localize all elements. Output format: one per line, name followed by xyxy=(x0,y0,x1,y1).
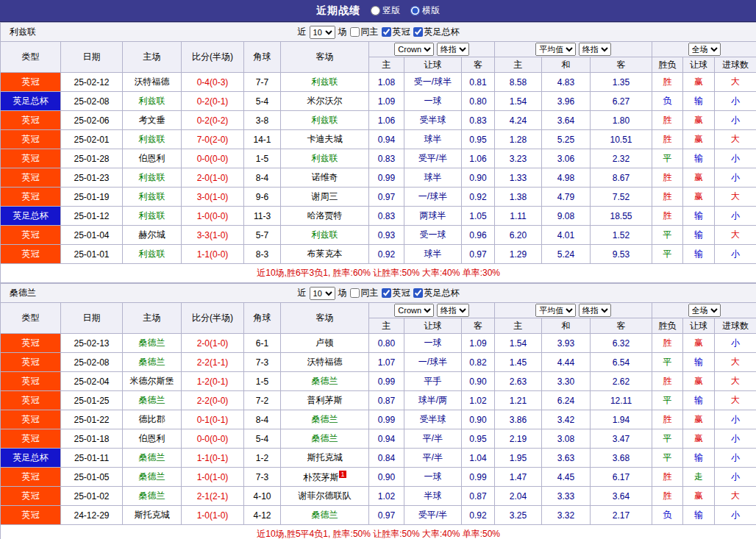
cell-home-team[interactable]: 米德尔斯堡 xyxy=(123,372,182,391)
cell-competition: 英冠 xyxy=(1,506,61,525)
bookmaker-select[interactable]: Crown xyxy=(394,304,434,317)
cell-home-team[interactable]: 利兹联 xyxy=(123,168,182,188)
cell-home-team[interactable]: 桑德兰 xyxy=(123,334,182,353)
average-select[interactable]: 平均值 xyxy=(535,304,576,317)
cell-away-team[interactable]: 利兹联 xyxy=(281,226,369,245)
cell-away-team[interactable]: 卡迪夫城 xyxy=(281,130,369,149)
cell-goals-result: 小 xyxy=(715,334,756,353)
cell-away-team[interactable]: 桑德兰 xyxy=(281,410,369,429)
cell-home-odds: 0.97 xyxy=(369,188,404,207)
cell-home-team[interactable]: 利兹联 xyxy=(123,245,182,264)
cell-away-team[interactable]: 利兹联 xyxy=(281,111,369,130)
cell-away-team[interactable]: 卢顿 xyxy=(281,334,369,353)
cell-home-team[interactable]: 桑德兰 xyxy=(123,468,182,487)
cell-home-team[interactable]: 考文垂 xyxy=(123,111,182,130)
same-venue-checkbox[interactable] xyxy=(350,288,360,298)
cell-score: 1-0(1-0) xyxy=(182,468,244,487)
cell-away-team[interactable]: 利兹联 xyxy=(281,149,369,168)
cell-goals-result: 小 xyxy=(715,410,756,429)
cell-home-team[interactable]: 桑德兰 xyxy=(123,487,182,506)
match-count-select[interactable]: 10 xyxy=(310,26,335,39)
final-odds-select[interactable]: 终指 xyxy=(437,43,469,56)
cell-away-team[interactable]: 布莱克本 xyxy=(281,245,369,264)
layout-option-horizontal[interactable]: 横版 xyxy=(410,4,440,17)
cell-home-team[interactable]: 桑德兰 xyxy=(123,353,182,372)
cell-away-team[interactable]: 利兹联 xyxy=(281,73,369,92)
table-row: 英冠24-12-29斯托克城1-0(1-0)4-12桑德兰0.97受平/半0.9… xyxy=(1,506,756,525)
final-odds-select-2[interactable]: 终指 xyxy=(579,43,611,56)
cell-goals-result: 小 xyxy=(715,168,756,188)
horizontal-layout-radio[interactable] xyxy=(410,6,420,15)
cell-handicap: 受半球 xyxy=(404,410,462,429)
cell-away-odds: 0.99 xyxy=(462,468,495,487)
cell-avg-home: 1.45 xyxy=(495,353,542,372)
table-row: 英足总杯25-02-08利兹联0-2(0-1)5-4米尔沃尔1.09一球0.80… xyxy=(1,92,756,111)
cell-away-team[interactable]: 普利茅斯 xyxy=(281,391,369,410)
match-count-select[interactable]: 10 xyxy=(310,287,335,300)
same-venue-checkbox[interactable] xyxy=(350,27,360,37)
cell-handicap-result: 输 xyxy=(683,149,715,168)
cell-competition: 英冠 xyxy=(1,149,61,168)
vertical-layout-radio[interactable] xyxy=(371,6,380,15)
cell-away-team[interactable]: 谢周三 xyxy=(281,188,369,207)
cell-away-team[interactable]: 米尔沃尔 xyxy=(281,92,369,111)
cell-away-team[interactable]: 朴茨茅斯1 xyxy=(281,468,369,487)
cell-home-team[interactable]: 德比郡 xyxy=(123,410,182,429)
championship-filter[interactable]: 英冠 xyxy=(382,287,410,299)
cell-handicap-result: 赢 xyxy=(683,168,715,188)
cell-home-team[interactable]: 利兹联 xyxy=(123,207,182,226)
fa-cup-checkbox[interactable] xyxy=(413,27,423,37)
cell-competition: 英冠 xyxy=(1,245,61,264)
fa-cup-filter[interactable]: 英足总杯 xyxy=(413,287,460,299)
cell-home-team[interactable]: 利兹联 xyxy=(123,92,182,111)
layout-option-vertical[interactable]: 竖版 xyxy=(371,4,400,17)
cell-home-team[interactable]: 沃特福德 xyxy=(123,73,182,92)
fulltime-header: 全场 xyxy=(652,303,756,318)
cell-away-team[interactable]: 斯托克城 xyxy=(281,449,369,468)
cell-away-team[interactable]: 桑德兰 xyxy=(281,506,369,525)
championship-filter[interactable]: 英冠 xyxy=(382,26,410,38)
cell-home-team[interactable]: 伯恩利 xyxy=(123,429,182,449)
cell-home-team[interactable]: 桑德兰 xyxy=(123,449,182,468)
average-select[interactable]: 平均值 xyxy=(535,43,576,56)
cell-handicap: 受一球 xyxy=(404,226,462,245)
cell-away-team[interactable]: 沃特福德 xyxy=(281,353,369,372)
cell-home-team[interactable]: 伯恩利 xyxy=(123,149,182,168)
cell-result: 胜 xyxy=(652,487,683,506)
final-odds-select-2[interactable]: 终指 xyxy=(579,304,611,317)
cell-away-team[interactable]: 桑德兰 xyxy=(281,372,369,391)
fulltime-select[interactable]: 全场 xyxy=(688,304,721,317)
fa-cup-checkbox[interactable] xyxy=(413,288,423,298)
cell-away-team[interactable]: 桑德兰 xyxy=(281,429,369,449)
table-row: 英冠25-02-01利兹联7-0(2-0)14-1卡迪夫城0.94球半0.951… xyxy=(1,130,756,149)
horizontal-layout-label: 横版 xyxy=(422,4,440,17)
final-odds-select[interactable]: 终指 xyxy=(437,304,469,317)
table-row: 英冠25-01-19利兹联3-0(1-0)9-6谢周三0.97一/球半0.921… xyxy=(1,188,756,207)
cell-home-team[interactable]: 利兹联 xyxy=(123,188,182,207)
cell-home-team[interactable]: 赫尔城 xyxy=(123,226,182,245)
same-venue-filter[interactable]: 同主 xyxy=(350,287,379,299)
cell-avg-away: 12.11 xyxy=(591,391,652,410)
col-header-result: 胜负 xyxy=(652,57,683,73)
championship-checkbox[interactable] xyxy=(382,27,391,37)
cell-home-odds: 1.02 xyxy=(369,487,404,506)
section-header: 利兹联 近 10 场 同主 英冠 英足总杯 xyxy=(1,23,756,42)
fa-cup-filter[interactable]: 英足总杯 xyxy=(413,26,460,38)
cell-away-team[interactable]: 谢菲尔德联队 xyxy=(281,487,369,506)
cell-avg-draw: 3.30 xyxy=(542,372,591,391)
cell-avg-draw: 3.63 xyxy=(542,449,591,468)
cell-away-team[interactable]: 诺维奇 xyxy=(281,168,369,188)
cell-corners: 7-3 xyxy=(244,353,281,372)
cell-away-team[interactable]: 哈洛贾特 xyxy=(281,207,369,226)
bookmaker-select[interactable]: Crown xyxy=(394,43,434,56)
championship-checkbox[interactable] xyxy=(382,288,391,298)
cell-home-team[interactable]: 桑德兰 xyxy=(123,391,182,410)
fulltime-select[interactable]: 全场 xyxy=(688,43,721,56)
col-header-avg-draw: 和 xyxy=(542,318,591,334)
col-header-away: 客场 xyxy=(281,42,369,73)
cell-away-odds: 0.96 xyxy=(462,226,495,245)
same-venue-filter[interactable]: 同主 xyxy=(350,26,379,38)
cell-home-team[interactable]: 利兹联 xyxy=(123,130,182,149)
cell-home-team[interactable]: 斯托克城 xyxy=(123,506,182,525)
section-header: 桑德兰 近 10 场 同主 英冠 英足总杯 xyxy=(1,284,756,303)
